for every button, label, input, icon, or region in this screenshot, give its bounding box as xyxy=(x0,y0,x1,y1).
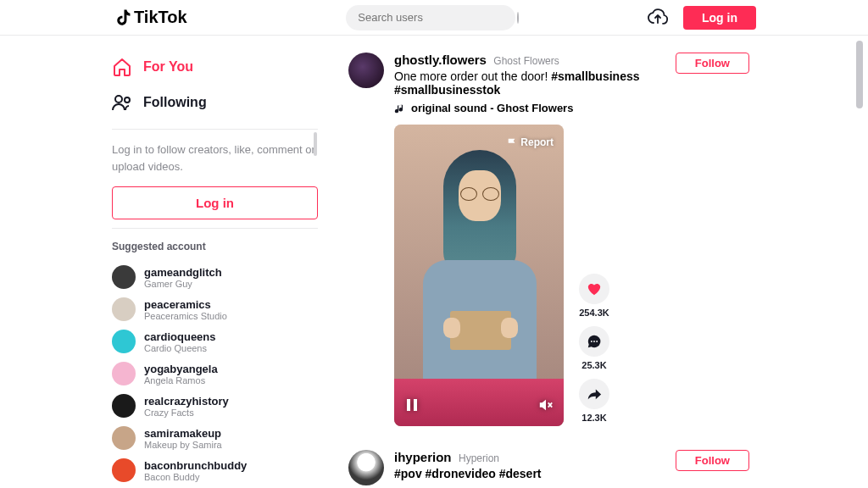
tiktok-logo-icon xyxy=(114,8,133,28)
hashtags[interactable]: #pov #dronevideo #desert xyxy=(394,467,542,480)
suggested-account[interactable]: yogabyangelaAngela Ramos xyxy=(112,358,318,390)
avatar xyxy=(112,330,136,353)
nav-following[interactable]: Following xyxy=(112,85,318,120)
suggested-header: Suggested account xyxy=(112,241,318,252)
video-thumbnail xyxy=(394,125,564,426)
music-note-icon xyxy=(394,103,406,114)
post-display-name: Hyperion xyxy=(459,452,499,464)
account-display: Bacon Buddy xyxy=(144,472,247,482)
suggested-account[interactable]: cardioqueensCardio Queens xyxy=(112,325,318,358)
account-display: Gamer Guy xyxy=(144,279,222,289)
flag-icon xyxy=(507,137,517,147)
share-icon xyxy=(587,386,602,402)
suggested-account[interactable]: baconbrunchbuddyBacon Buddy xyxy=(112,454,318,486)
login-button[interactable]: Log in xyxy=(683,6,756,30)
comment-count: 25.3K xyxy=(579,360,609,370)
feed-post: ghostly.flowers Ghost Flowers One more o… xyxy=(348,53,868,426)
svg-point-4 xyxy=(591,341,593,342)
avatar[interactable] xyxy=(348,450,384,485)
suggested-account[interactable]: peaceramicsPeaceramics Studio xyxy=(112,293,318,325)
svg-point-6 xyxy=(596,341,598,342)
divider xyxy=(112,129,318,130)
sidebar: For You Following Log in to follow creat… xyxy=(112,36,318,488)
account-display: Peaceramics Studio xyxy=(144,311,227,321)
pause-button[interactable] xyxy=(404,397,420,416)
top-bar: TikTok Log in xyxy=(0,0,868,36)
account-username: baconbrunchbuddy xyxy=(144,459,247,472)
share-action[interactable]: 12.3K xyxy=(579,379,609,423)
nav-following-label: Following xyxy=(143,95,207,110)
action-bar: 254.3K 25.3K 12.3K xyxy=(579,125,609,426)
svg-point-5 xyxy=(593,341,595,342)
report-button[interactable]: Report xyxy=(507,136,554,148)
suggested-list: gameandglitchGamer GuypeaceramicsPeacera… xyxy=(112,261,318,488)
topbar-right: Log in xyxy=(648,6,756,30)
share-count: 12.3K xyxy=(579,413,609,423)
post-caption: #pov #dronevideo #desert xyxy=(394,467,676,480)
post-username[interactable]: ihyperion xyxy=(394,450,452,464)
account-display: Crazy Facts xyxy=(144,408,229,418)
video-player[interactable]: Report xyxy=(394,125,564,426)
logo[interactable]: TikTok xyxy=(114,8,187,28)
feed-post: ihyperion Hyperion #pov #dronevideo #des… xyxy=(348,450,868,488)
mute-button[interactable] xyxy=(538,397,554,416)
search-input[interactable] xyxy=(358,11,500,24)
video-controls xyxy=(404,397,554,416)
heart-icon xyxy=(587,281,602,297)
search-wrap xyxy=(187,5,648,30)
avatar xyxy=(112,265,136,289)
avatar xyxy=(112,362,136,385)
account-username: yogabyangela xyxy=(144,363,218,375)
sidebar-scrollbar[interactable] xyxy=(314,132,317,156)
follow-button[interactable]: Follow xyxy=(676,450,749,471)
comment-icon xyxy=(587,334,602,349)
avatar xyxy=(112,394,136,418)
post-display-name: Ghost Flowers xyxy=(493,55,559,67)
feed: ghostly.flowers Ghost Flowers One more o… xyxy=(318,36,868,488)
loading-spinner-icon xyxy=(517,12,519,24)
sidebar-login-button[interactable]: Log in xyxy=(112,186,318,219)
svg-rect-2 xyxy=(407,399,410,411)
svg-point-0 xyxy=(115,96,122,103)
avatar xyxy=(112,458,136,482)
svg-point-1 xyxy=(125,97,130,103)
people-icon xyxy=(112,92,132,113)
divider xyxy=(112,228,318,229)
brand-text: TikTok xyxy=(134,8,187,27)
account-display: Makeup by Samira xyxy=(144,440,222,450)
account-display: Cardio Queens xyxy=(144,343,216,353)
like-action[interactable]: 254.3K xyxy=(579,274,609,318)
avatar xyxy=(112,426,136,450)
like-count: 254.3K xyxy=(579,308,609,318)
account-username: peaceramics xyxy=(144,298,227,311)
suggested-account[interactable]: samiramakeupMakeup by Samira xyxy=(112,422,318,454)
page-scrollbar[interactable] xyxy=(856,41,863,108)
sound-link[interactable]: original sound - Ghost Flowers xyxy=(394,102,676,114)
account-username: gameandglitch xyxy=(144,266,222,279)
nav-for-you[interactable]: For You xyxy=(112,49,318,85)
suggested-account[interactable]: gameandglitchGamer Guy xyxy=(112,261,318,293)
account-username: samiramakeup xyxy=(144,427,222,440)
login-prompt: Log in to follow creators, like, comment… xyxy=(112,141,318,175)
suggested-account[interactable]: realcrazyhistoryCrazy Facts xyxy=(112,390,318,422)
nav-for-you-label: For You xyxy=(143,59,193,75)
avatar[interactable] xyxy=(348,53,384,88)
follow-button[interactable]: Follow xyxy=(676,53,749,74)
home-icon xyxy=(112,57,132,77)
post-caption: One more order out the door! #smallbusin… xyxy=(394,69,676,97)
sound-label: original sound - Ghost Flowers xyxy=(411,102,573,114)
svg-rect-3 xyxy=(414,399,417,411)
account-display: Angela Ramos xyxy=(144,375,218,385)
search-box[interactable] xyxy=(346,5,515,30)
account-username: cardioqueens xyxy=(144,330,216,343)
avatar xyxy=(112,297,136,321)
comment-action[interactable]: 25.3K xyxy=(579,326,609,370)
post-username[interactable]: ghostly.flowers xyxy=(394,53,487,67)
account-username: realcrazyhistory xyxy=(144,395,229,408)
upload-icon[interactable] xyxy=(648,8,668,27)
